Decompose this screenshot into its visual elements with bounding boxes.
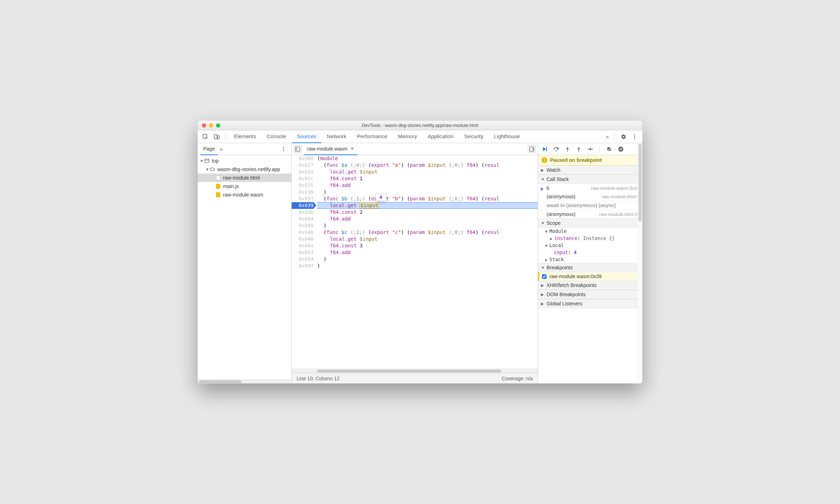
navigator-tabs: Page » <box>198 143 291 155</box>
settings-gear-icon[interactable] <box>618 132 628 142</box>
gutter-address[interactable]: 0x046 <box>292 229 314 236</box>
gutter-address[interactable]: 0x027 <box>292 162 314 169</box>
step-into-icon[interactable] <box>564 145 571 153</box>
scope-stack[interactable]: ▶Stack <box>538 256 642 263</box>
code-line[interactable]: ) <box>317 222 538 229</box>
file-tree-item[interactable]: raw-module.html <box>198 174 291 182</box>
callstack-frame[interactable]: (anonymous)raw-module.html:10 <box>538 210 642 218</box>
gutter-address[interactable]: 0x035 <box>292 182 314 189</box>
file-tree-item[interactable]: raw-module.wasm <box>198 191 291 199</box>
breakpoints-section-header[interactable]: ▼Breakpoints <box>538 263 642 272</box>
tab-sources[interactable]: Sources <box>292 130 321 143</box>
gutter-address[interactable]: 0x000 <box>292 155 314 162</box>
code-line[interactable]: local.get $input <box>317 236 538 242</box>
gutter-address[interactable]: 0x053 <box>292 249 314 256</box>
navigator-scrollbar[interactable] <box>198 379 291 383</box>
tree-top[interactable]: ▼ top <box>198 157 291 165</box>
callstack-frame[interactable]: braw-module.wasm:0x39 <box>538 184 642 192</box>
step-over-icon[interactable] <box>552 145 560 153</box>
overflow-tabs-icon[interactable]: » <box>606 134 609 140</box>
html-file-icon <box>215 175 221 181</box>
code-line[interactable]: f64.add <box>317 249 538 256</box>
code-line[interactable]: f64.const 1 <box>317 175 538 182</box>
breakpoint-row[interactable]: raw-module.wasm:0x39 <box>538 272 642 281</box>
code-line[interactable]: f64.const 2 <box>317 209 538 216</box>
code-line[interactable]: f64.const 3 <box>317 242 538 249</box>
gutter-address[interactable]: 0x097 <box>292 263 314 269</box>
debugger-scrollbar[interactable] <box>637 143 642 383</box>
scope-section-header[interactable]: ▼Scope <box>538 218 642 228</box>
breakpoint-checkbox[interactable] <box>542 274 547 279</box>
callstack-section-header[interactable]: ▼Call Stack <box>538 175 642 184</box>
file-tree-label: raw-module.html <box>223 175 259 181</box>
show-navigator-icon[interactable] <box>294 145 302 153</box>
svg-rect-9 <box>205 159 209 163</box>
code-line[interactable]: ) <box>317 263 538 269</box>
deactivate-breakpoints-icon[interactable] <box>606 145 613 153</box>
scope-module[interactable]: ▼Module <box>538 228 642 235</box>
tab-console[interactable]: Console <box>262 130 291 143</box>
tab-network[interactable]: Network <box>322 130 351 143</box>
device-toolbar-icon[interactable] <box>212 132 222 142</box>
tab-lighthouse[interactable]: Lighthouse <box>489 130 525 143</box>
file-tab[interactable]: raw-module.wasm ✕ <box>304 143 358 155</box>
resume-icon[interactable] <box>541 145 549 153</box>
code-editor[interactable]: 0x0000x0270x02a0x02c0x0350x0360x0370x039… <box>292 155 538 369</box>
scope-local[interactable]: ▼Local <box>538 242 642 249</box>
file-tree-label: raw-module.wasm <box>223 192 263 198</box>
code-line[interactable]: (func $a (;0;) (export "a") (param $inpu… <box>317 162 538 169</box>
tab-memory[interactable]: Memory <box>393 130 422 143</box>
xhr-section-header[interactable]: ▶XHR/fetch Breakpoints <box>538 281 642 290</box>
navigator-more-icon[interactable] <box>279 144 288 154</box>
gutter-address[interactable]: 0x037 <box>292 195 314 202</box>
gutter-address[interactable]: 0x036 <box>292 189 314 195</box>
dom-section-header[interactable]: ▶DOM Breakpoints <box>538 290 642 299</box>
code-line[interactable]: local.get $input <box>317 169 538 175</box>
step-icon[interactable] <box>586 145 594 153</box>
code-line[interactable]: (func $c (;2;) (export "c") (param $inpu… <box>317 229 538 236</box>
code-line[interactable]: local.get $input <box>317 202 538 209</box>
debugger-panel: i Paused on breakpoint ▶Watch ▼Call Stac… <box>538 143 642 383</box>
scope-module-entry[interactable]: ▶instance: Instance {} <box>538 235 642 242</box>
gutter-address[interactable]: 0x045 <box>292 222 314 229</box>
gutter-address[interactable]: 0x054 <box>292 256 314 263</box>
tab-performance[interactable]: Performance <box>352 130 392 143</box>
tab-application[interactable]: Application <box>423 130 459 143</box>
close-tab-icon[interactable]: ✕ <box>350 146 354 151</box>
value-tooltip: 4 <box>375 193 386 201</box>
code-line[interactable]: f64.add <box>317 182 538 189</box>
code-line[interactable]: (module <box>317 155 538 162</box>
gutter-address[interactable]: 0x048 <box>292 236 314 242</box>
gutter-address[interactable]: 0x044 <box>292 216 314 222</box>
tab-security[interactable]: Security <box>459 130 488 143</box>
navigator-overflow-icon[interactable]: » <box>220 146 223 152</box>
watch-section-header[interactable]: ▶Watch <box>538 165 642 175</box>
step-out-icon[interactable] <box>575 145 583 153</box>
coverage-status: Coverage: n/a <box>502 376 533 381</box>
file-tab-label: raw-module.wasm <box>307 146 348 152</box>
gutter-address[interactable]: 0x02a <box>292 169 314 175</box>
callstack-frame[interactable]: (anonymous)raw-module.html:9 <box>538 192 642 201</box>
file-tree-item[interactable]: main.js <box>198 182 291 191</box>
tree-domain[interactable]: ▼ wasm-dbg-stories.netlify.app <box>198 165 291 174</box>
editor-scrollbar[interactable] <box>292 369 538 373</box>
pause-exceptions-icon[interactable] <box>617 145 625 153</box>
tab-elements[interactable]: Elements <box>229 130 261 143</box>
svg-point-15 <box>567 150 568 151</box>
code-line[interactable]: (func $b (;1;) (export "b") (param $inpu… <box>317 195 538 202</box>
more-menu-icon[interactable] <box>630 132 640 142</box>
inspect-element-icon[interactable] <box>200 132 210 142</box>
gutter-address[interactable]: 0x039 <box>292 202 314 209</box>
global-listeners-section-header[interactable]: ▶Global Listeners <box>538 299 642 308</box>
show-debugger-icon[interactable] <box>528 145 536 153</box>
svg-point-8 <box>283 150 284 151</box>
code-line[interactable]: ) <box>317 189 538 195</box>
code-line[interactable]: f64.add <box>317 216 538 222</box>
gutter-address[interactable]: 0x03b <box>292 209 314 216</box>
window-title: DevTools - wasm-dbg-stories.netlify.app/… <box>198 123 642 128</box>
gutter-address[interactable]: 0x02c <box>292 175 314 182</box>
page-tab[interactable]: Page <box>200 143 218 155</box>
gutter-address[interactable]: 0x04a <box>292 242 314 249</box>
code-line[interactable]: ) <box>317 256 538 263</box>
scope-local-entry: input: 4 <box>538 249 642 256</box>
